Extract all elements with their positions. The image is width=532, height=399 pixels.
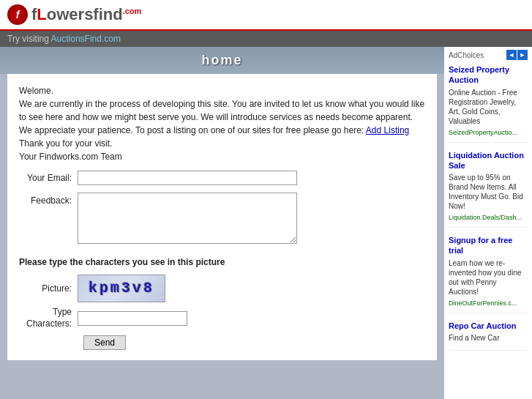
email-input[interactable] bbox=[78, 171, 297, 185]
page-title: home bbox=[0, 53, 444, 68]
nav-bar: Try visiting AuctionsFind.com bbox=[0, 31, 532, 47]
ad-block-3: Signup for a free trial Learn how we re-… bbox=[449, 235, 528, 313]
auctions-find-link[interactable]: AuctionsFind.com bbox=[51, 34, 121, 44]
ad-2-body: Save up to 95% on Brand New Items. All I… bbox=[449, 173, 528, 211]
ad-3-url: DineOutForPennies.c... bbox=[449, 299, 517, 307]
team-text: Your Findworks.com Team bbox=[19, 150, 425, 163]
logo-text: fLowersfind.com bbox=[31, 5, 141, 24]
ad-1-url: SeizedPropertyAuctio... bbox=[449, 129, 517, 136]
logo-brand-text: fLowersfind bbox=[31, 5, 123, 23]
type-chars-label: TypeCharacters: bbox=[19, 307, 78, 329]
email-row: Your Email: bbox=[19, 171, 425, 185]
home-header-bar: home bbox=[0, 47, 444, 74]
captcha-instruction: Please type the characters you see in th… bbox=[19, 256, 425, 269]
email-label: Your Email: bbox=[19, 171, 78, 184]
feedback-row: Feedback: bbox=[19, 193, 425, 244]
ad-block-4: Repo Car Auction Find a New Car bbox=[449, 321, 528, 351]
ad-next-button[interactable]: ► bbox=[517, 50, 528, 60]
ad-nav-btns: ◄ ► bbox=[506, 50, 528, 60]
send-btn-row: Send bbox=[19, 335, 425, 350]
ad-1-link[interactable]: Seized Property Auction bbox=[449, 64, 528, 86]
ad-2-url: Liquidation.Deals/Dash... bbox=[449, 214, 522, 221]
welcome-text: Welome. bbox=[19, 84, 425, 97]
ad-block-2: Liquidation Auction Sale Save up to 95% … bbox=[449, 150, 528, 228]
logo-dotcom: .com bbox=[123, 7, 142, 15]
ad-2-link[interactable]: Liquidation Auction Sale bbox=[449, 150, 528, 171]
send-button[interactable]: Send bbox=[83, 335, 126, 350]
logo-letter: f bbox=[16, 9, 20, 20]
thank-you-text: Thank you for your visit. bbox=[19, 137, 425, 150]
ad-4-link[interactable]: Repo Car Auction bbox=[449, 321, 528, 331]
captcha-input-row: TypeCharacters: bbox=[19, 307, 425, 329]
body-text: We are currently in the process of devel… bbox=[19, 97, 425, 137]
ad-1-body: Online Auction - Free Registration Jewel… bbox=[449, 88, 528, 126]
captcha-image: kpm3v8 bbox=[78, 275, 165, 302]
ad-3-link[interactable]: Signup for a free trial bbox=[449, 235, 528, 256]
ad-block-1: Seized Property Auction Online Auction -… bbox=[449, 64, 528, 143]
captcha-section: Please type the characters you see in th… bbox=[19, 256, 425, 329]
header: f fLowersfind.com bbox=[0, 0, 532, 31]
content-box: Welome. We are currently in the process … bbox=[7, 74, 437, 360]
logo-icon: f bbox=[7, 4, 28, 25]
captcha-input[interactable] bbox=[78, 311, 187, 326]
nav-try-text: Try visiting bbox=[7, 34, 51, 44]
content-area: home Welome. We are currently in the pro… bbox=[0, 47, 444, 399]
ad-3-body: Learn how we re-invented how you dine ou… bbox=[449, 258, 528, 297]
main-container: home Welome. We are currently in the pro… bbox=[0, 47, 532, 399]
picture-label: Picture: bbox=[19, 282, 78, 295]
feedback-textarea[interactable] bbox=[78, 193, 297, 244]
sidebar: AdChoices ◄ ► Seized Property Auction On… bbox=[444, 47, 532, 399]
captcha-picture-row: Picture: kpm3v8 bbox=[19, 275, 425, 302]
ad-choices-label: AdChoices bbox=[449, 51, 484, 59]
ad-header: AdChoices ◄ ► bbox=[449, 50, 528, 60]
ad-4-body: Find a New Car bbox=[449, 333, 528, 343]
add-listing-link[interactable]: Add Listing bbox=[366, 125, 409, 135]
feedback-label: Feedback: bbox=[19, 193, 78, 207]
ad-prev-button[interactable]: ◄ bbox=[506, 50, 517, 60]
